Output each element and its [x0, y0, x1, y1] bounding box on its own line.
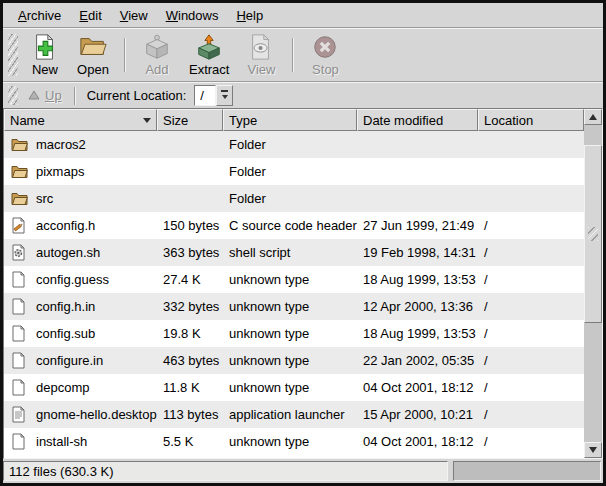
new-button-label: New — [32, 62, 58, 77]
document-icon — [11, 325, 28, 342]
table-row[interactable]: autogen.sh 363 bytes shell script 19 Feb… — [4, 239, 584, 266]
location-bar-separator — [74, 87, 76, 105]
file-date-modified: 18 Aug 1999, 13:53 — [357, 272, 478, 287]
file-date-modified: 04 Oct 2001, 18:12 — [357, 434, 478, 449]
location-bar: Up Current Location: / — [3, 83, 603, 108]
location-combo: / — [194, 85, 233, 106]
table-header-row: Name Size Type Date modified Location — [4, 109, 584, 131]
file-date-modified: 27 Jun 1999, 21:49 — [357, 218, 478, 233]
menu-archive[interactable]: Archive — [9, 6, 70, 25]
file-location: / — [478, 434, 584, 449]
table-row[interactable]: pixmaps Folder — [4, 158, 584, 185]
file-name: macros2 — [36, 137, 86, 152]
column-header-date-modified[interactable]: Date modified — [357, 109, 478, 131]
file-name: gnome-hello.desktop — [36, 407, 157, 422]
document-icon — [11, 433, 28, 450]
status-progress-area — [453, 461, 601, 481]
file-type: unknown type — [223, 299, 357, 314]
scrollbar-track[interactable] — [584, 125, 602, 442]
location-entry[interactable]: / — [194, 85, 216, 106]
file-name: config.h.in — [36, 299, 95, 314]
file-name: install-sh — [36, 434, 87, 449]
vertical-scrollbar[interactable] — [584, 109, 602, 458]
file-date-modified: 12 Apr 2000, 13:36 — [357, 299, 478, 314]
column-header-location[interactable]: Location — [478, 109, 584, 131]
file-date-modified: 04 Oct 2001, 18:12 — [357, 380, 478, 395]
column-header-size[interactable]: Size — [157, 109, 223, 131]
file-type: unknown type — [223, 380, 357, 395]
file-location: / — [478, 245, 584, 260]
view-document-eye-icon — [247, 32, 275, 61]
table-row[interactable]: config.h.in 332 bytes unknown type 12 Ap… — [4, 293, 584, 320]
file-size: 11.8 K — [157, 380, 223, 395]
document-icon — [11, 352, 28, 369]
open-button-label: Open — [77, 62, 109, 77]
file-type: Folder — [223, 137, 357, 152]
file-name: acconfig.h — [36, 218, 95, 233]
table-row[interactable]: acconfig.h 150 bytes C source code heade… — [4, 212, 584, 239]
scroll-up-button[interactable] — [584, 109, 602, 125]
scrollbar-grip-icon — [588, 227, 598, 241]
document-icon — [11, 298, 28, 315]
open-button[interactable]: Open — [69, 30, 117, 80]
table-row[interactable]: config.sub 19.8 K unknown type 18 Aug 19… — [4, 320, 584, 347]
table-row[interactable]: configure.in 463 bytes unknown type 22 J… — [4, 347, 584, 374]
folder-icon — [11, 137, 28, 152]
column-header-type[interactable]: Type — [223, 109, 357, 131]
document-icon — [11, 271, 28, 288]
table-row[interactable]: install-sh 5.5 K unknown type 04 Oct 200… — [4, 428, 584, 455]
document-icon — [11, 379, 28, 396]
column-header-name[interactable]: Name — [4, 109, 157, 131]
menu-windows[interactable]: Windows — [157, 6, 228, 25]
location-bar-drag-handle[interactable] — [8, 86, 18, 105]
document-lines-icon — [11, 406, 28, 423]
status-bar: 112 files (630.3 K) — [3, 459, 603, 483]
file-name: depcomp — [36, 380, 89, 395]
extract-button[interactable]: Extract — [181, 30, 237, 80]
file-name: configure.in — [36, 353, 103, 368]
stop-icon — [311, 32, 339, 61]
open-folder-icon — [79, 32, 107, 61]
location-dropdown-button[interactable] — [216, 85, 233, 106]
table-row[interactable]: config.guess 27.4 K unknown type 18 Aug … — [4, 266, 584, 293]
add-button-label: Add — [145, 62, 168, 77]
scrollbar-thumb[interactable] — [584, 145, 602, 323]
file-size: 150 bytes — [157, 218, 223, 233]
menu-edit[interactable]: Edit — [70, 6, 110, 25]
folder-icon — [11, 191, 28, 206]
extract-package-icon — [195, 32, 223, 61]
archive-manager-window: Archive Edit View Windows Help New — [0, 0, 606, 486]
file-location: / — [478, 380, 584, 395]
toolbar-separator — [292, 38, 294, 72]
folder-icon — [11, 164, 28, 179]
file-size: 19.8 K — [157, 326, 223, 341]
file-location: / — [478, 218, 584, 233]
new-button[interactable]: New — [21, 30, 69, 80]
scroll-up-arrow-icon — [589, 110, 597, 120]
scroll-down-arrow-icon — [589, 447, 597, 457]
file-type: unknown type — [223, 272, 357, 287]
file-size: 27.4 K — [157, 272, 223, 287]
toolbar-drag-handle[interactable] — [8, 34, 18, 76]
file-size: 363 bytes — [157, 245, 223, 260]
stop-button: Stop — [301, 30, 349, 80]
add-button: Add — [133, 30, 181, 80]
menu-view[interactable]: View — [111, 6, 157, 25]
file-rows: macros2 Folder pixmaps Folder src Folder — [4, 131, 584, 458]
menu-help[interactable]: Help — [227, 6, 272, 25]
file-name: autogen.sh — [36, 245, 100, 260]
stop-button-label: Stop — [312, 62, 339, 77]
table-row[interactable]: gnome-hello.desktop 113 bytes applicatio… — [4, 401, 584, 428]
toolbar: New Open Add — [3, 29, 603, 81]
file-date-modified: 18 Aug 1999, 13:53 — [357, 326, 478, 341]
combo-arrow-icon — [221, 90, 228, 92]
extract-button-label: Extract — [189, 62, 229, 77]
table-row[interactable]: macros2 Folder — [4, 131, 584, 158]
file-name: src — [36, 191, 53, 206]
table-row[interactable]: src Folder — [4, 185, 584, 212]
file-type: shell script — [223, 245, 357, 260]
table-row[interactable]: depcomp 11.8 K unknown type 04 Oct 2001,… — [4, 374, 584, 401]
file-location: / — [478, 353, 584, 368]
toolbar-separator — [124, 38, 126, 72]
scroll-down-button[interactable] — [584, 442, 602, 458]
